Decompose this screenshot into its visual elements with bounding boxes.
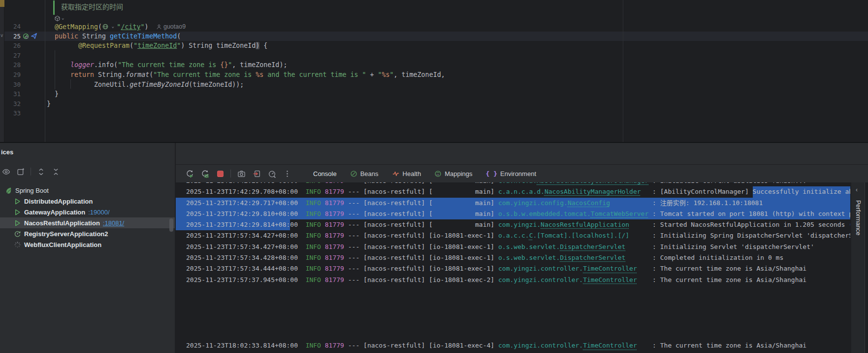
logger-link[interactable]: DispatcherServlet <box>560 242 625 252</box>
code-line[interactable]: } <box>46 89 868 99</box>
log-row[interactable]: 2025-11-23T17:57:37.945+08:00 INFO 81779… <box>176 275 850 285</box>
logger-link[interactable]: DispatcherServlet <box>560 252 625 263</box>
log-row[interactable] <box>176 308 850 318</box>
service-item-gatewayapplication[interactable]: GatewayApplication:19000/ <box>0 207 175 217</box>
service-item-webfluxclientapplication[interactable]: WebfluxClientApplication <box>0 239 175 250</box>
gauge-icon <box>268 170 276 178</box>
tab-console[interactable]: Console <box>313 165 337 183</box>
code-line[interactable]: } <box>46 99 868 109</box>
service-item-distributedapplication[interactable]: DistributedApplication <box>0 196 175 207</box>
profiler-button[interactable] <box>267 169 277 178</box>
collapse-all-button[interactable] <box>51 167 61 176</box>
code-line[interactable]: ZoneUtil.getTimeByZoneId(timeZoneId)); <box>46 80 868 90</box>
tab-mappings[interactable]: Mappings <box>434 165 472 183</box>
url-mapping-icon <box>23 33 29 39</box>
logger-link[interactable]: NacosAbilityManagerHolder <box>545 186 641 197</box>
gutter-row[interactable]: 32 <box>4 99 45 109</box>
code-line[interactable]: return String.format("The current time z… <box>46 70 868 80</box>
log-row[interactable]: 2025-11-23T17:57:34.427+08:00 INFO 81779… <box>176 230 850 241</box>
mappings-icon <box>434 170 442 177</box>
logger-link[interactable]: TimeController <box>583 340 637 351</box>
rerun-debug-button[interactable] <box>200 169 210 178</box>
heap-dump-icon <box>253 170 261 178</box>
logger-link[interactable]: NacosConfig <box>568 198 610 209</box>
expand-all-button[interactable] <box>36 167 46 176</box>
log-row[interactable]: 2025-11-23T18:02:33.814+08:00 INFO 81779… <box>176 340 850 351</box>
log-row[interactable] <box>176 285 850 296</box>
gutter-row[interactable]: 26 <box>4 41 45 51</box>
service-item-nacosrestfulapplication[interactable]: NacosRestfulApplication:18081/ <box>0 217 175 228</box>
service-item-registryserverapplication2[interactable]: RegistryServerApplication2 <box>0 228 175 239</box>
log-row[interactable] <box>176 296 850 307</box>
inlay-line[interactable]: ⌄ <box>46 15 868 22</box>
tab-environment[interactable]: { }Environment <box>486 165 536 183</box>
globe-inlay[interactable]: ⌄ <box>102 22 117 32</box>
stop-icon <box>216 170 225 178</box>
gutter-row[interactable]: 25 <box>4 32 45 41</box>
editor-gutter[interactable]: 24252627282930313233 <box>4 0 45 142</box>
logger-link[interactable]: TomcatWebServer <box>591 209 648 219</box>
add-service-button[interactable] <box>16 167 26 176</box>
tab-health[interactable]: Health <box>392 165 421 183</box>
log-row[interactable]: 2025-11-23T17:42:29.814+08:00 INFO 81779… <box>176 219 850 230</box>
code-line[interactable]: public String getCiteTimeMethod( <box>46 32 868 41</box>
tab-beans[interactable]: Beans <box>350 165 379 183</box>
gutter-row[interactable]: 31 <box>4 89 45 99</box>
rerun-button[interactable] <box>185 169 194 178</box>
logger-link[interactable]: AbstractAbilityControlManager <box>537 182 648 186</box>
chevron-left-icon[interactable]: ‹ <box>856 186 865 193</box>
code-editor[interactable]: 24252627282930313233 获取指定时区的时间⌄ @GetMapp… <box>0 0 868 142</box>
code-line[interactable] <box>46 108 868 118</box>
logger-link[interactable]: TimeController <box>583 275 637 285</box>
doc-comment-text: 获取指定时区的时间 <box>61 2 123 12</box>
gutter-row[interactable] <box>4 15 45 22</box>
code-line[interactable] <box>46 51 868 61</box>
code-lines[interactable]: 获取指定时区的时间⌄ @GetMapping( ⌄ "/city") guota… <box>46 0 868 142</box>
more-actions-button[interactable] <box>282 169 292 178</box>
run-icon <box>14 219 21 227</box>
logger-link[interactable]: NacosRestfulApplication <box>541 219 629 230</box>
service-port-link[interactable]: :19000/ <box>88 209 109 216</box>
gutter-row[interactable]: 29 <box>4 70 45 80</box>
log-row[interactable]: 2025-11-23T17:42:29.810+08:00 INFO 81779… <box>176 209 850 219</box>
services-scrollbar[interactable] <box>169 218 173 232</box>
view-options-button[interactable] <box>1 167 11 176</box>
gutter-row[interactable]: 30 <box>4 80 45 90</box>
log-row[interactable]: 2025-11-23T17:42:29.708+08:00 INFO 81779… <box>176 182 850 186</box>
http-request-icon <box>31 33 37 39</box>
console-log[interactable]: 2025-11-23T17:42:29.708+08:00 INFO 81779… <box>176 182 850 353</box>
doc-line[interactable]: 获取指定时区的时间 <box>46 0 868 15</box>
log-row[interactable]: 2025-11-23T17:57:34.428+08:00 INFO 81779… <box>176 252 850 263</box>
performance-tab[interactable]: Performance <box>855 200 862 236</box>
code-line[interactable]: logger.info("The current time zone is {}… <box>46 60 868 70</box>
string-link[interactable]: /city <box>121 23 140 31</box>
eye-icon <box>2 168 10 176</box>
author-inlay[interactable]: guotao9 <box>156 22 186 32</box>
spring-boot-icon <box>5 187 12 194</box>
service-group-spring-boot[interactable]: Spring Boot <box>0 185 175 196</box>
run-icon <box>14 198 21 205</box>
code-line[interactable]: @RequestParam("timeZoneId") String timeZ… <box>46 41 868 51</box>
log-row[interactable]: 2025-11-23T17:42:29.708+08:00 INFO 81779… <box>176 186 850 197</box>
gutter-row[interactable] <box>4 0 45 15</box>
logger-link[interactable]: TimeController <box>583 263 637 274</box>
stop-button[interactable] <box>215 169 225 178</box>
ide-window: 24252627282930313233 获取指定时区的时间⌄ @GetMapp… <box>0 0 868 353</box>
logger-link[interactable]: C <box>529 230 533 241</box>
gutter-row[interactable]: 24 <box>4 22 45 32</box>
string-link[interactable]: timeZoneId <box>137 42 177 49</box>
gutter-row[interactable]: 33 <box>4 108 45 118</box>
log-row[interactable] <box>176 329 850 340</box>
service-port-link[interactable]: :18081/ <box>103 219 124 227</box>
log-row[interactable]: 2025-11-23T17:57:34.444+08:00 INFO 81779… <box>176 263 850 274</box>
heap-dump-button[interactable] <box>252 169 261 178</box>
log-row[interactable]: 2025-11-23T17:57:34.427+08:00 INFO 81779… <box>176 242 850 252</box>
gutter-row[interactable]: 28 <box>4 60 45 70</box>
log-row[interactable]: 2025-11-23T17:42:29.717+08:00 INFO 81779… <box>176 198 850 209</box>
log-row[interactable] <box>176 318 850 329</box>
code-line[interactable]: @GetMapping( ⌄ "/city") guotao9 <box>46 22 868 32</box>
services-tree: Spring BootDistributedApplicationGateway… <box>0 185 175 250</box>
gutter-row[interactable]: 27 <box>4 51 45 61</box>
thread-dump-button[interactable] <box>236 169 246 178</box>
collapse-all-icon <box>52 168 60 176</box>
